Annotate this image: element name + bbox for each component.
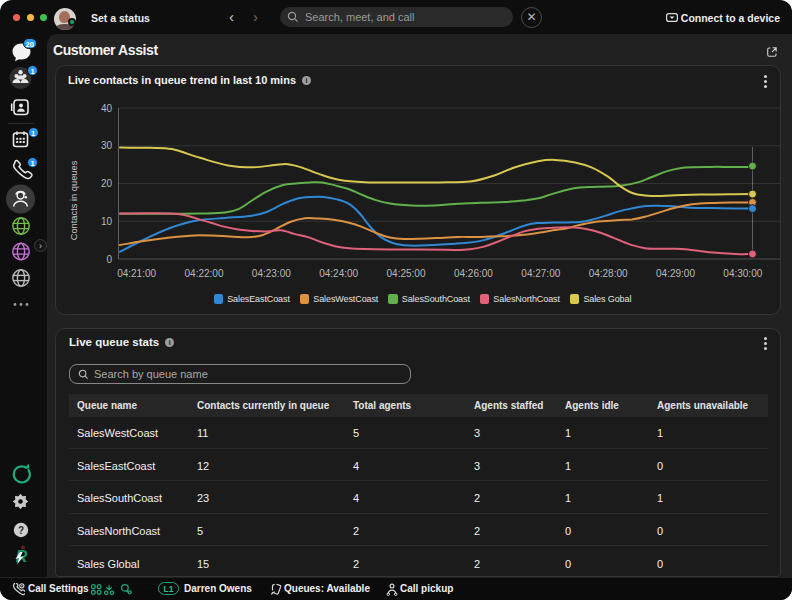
svg-text:?: ? bbox=[18, 525, 24, 536]
